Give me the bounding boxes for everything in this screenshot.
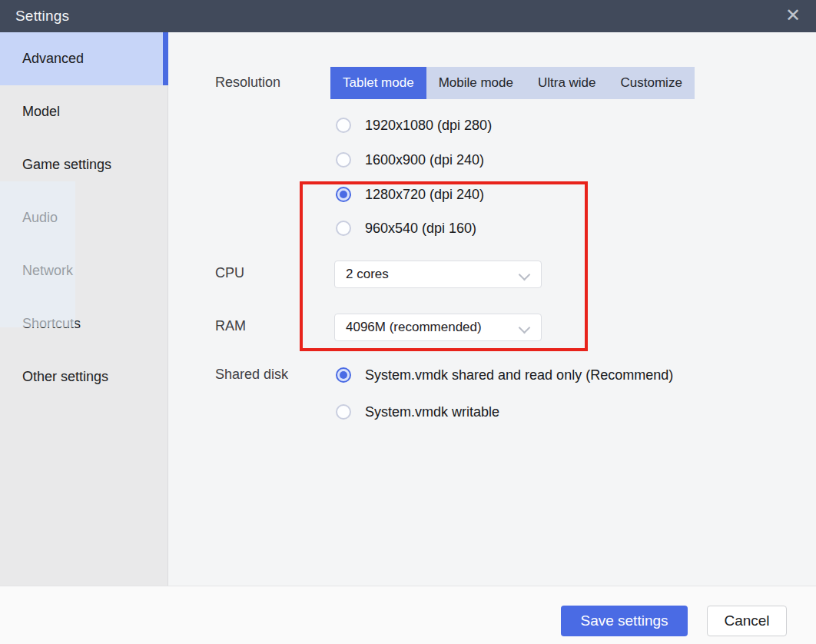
resolution-option-1920x1080[interactable]: 1920x1080 (dpi 280)	[336, 115, 492, 135]
settings-panel	[169, 32, 816, 586]
cpu-dropdown[interactable]: 2 cores	[334, 261, 542, 288]
sidebar-item-audio[interactable]: Audio	[0, 191, 168, 244]
tab-mobile-mode[interactable]: Mobile mode	[426, 67, 526, 99]
resolution-mode-tabs: Tablet mode Mobile mode Ultra wide Custo…	[330, 67, 695, 99]
radio-unselected-icon	[336, 221, 351, 236]
resolution-option-1600x900[interactable]: 1600x900 (dpi 240)	[336, 150, 484, 170]
cpu-label: CPU	[215, 265, 244, 281]
footer-bar: Save settings Cancel	[0, 586, 816, 644]
sidebar-item-label: Audio	[22, 210, 58, 226]
titlebar: Settings ✕	[0, 0, 816, 32]
save-settings-button[interactable]: Save settings	[561, 606, 688, 636]
resolution-label: Resolution	[215, 75, 280, 91]
sidebar: Advanced Model Game settings Audio Netwo…	[0, 32, 168, 586]
ram-dropdown-value: 4096M (recommended)	[346, 320, 482, 335]
cancel-button[interactable]: Cancel	[707, 606, 787, 636]
tab-ultra-wide[interactable]: Ultra wide	[526, 67, 609, 99]
cpu-dropdown-value: 2 cores	[346, 267, 389, 282]
shared-disk-option-writable[interactable]: System.vmdk writable	[336, 402, 499, 422]
sidebar-item-network[interactable]: Network	[0, 244, 168, 297]
tab-customize[interactable]: Customize	[609, 67, 695, 99]
sidebar-item-game-settings[interactable]: Game settings	[0, 138, 168, 191]
window-title: Settings	[15, 0, 69, 32]
shared-disk-label: Shared disk	[215, 367, 288, 383]
radio-unselected-icon	[336, 118, 351, 133]
sidebar-item-label: Model	[22, 104, 60, 120]
radio-selected-icon	[336, 367, 351, 383]
radio-unselected-icon	[336, 152, 351, 168]
ram-label: RAM	[215, 318, 246, 334]
resolution-option-960x540[interactable]: 960x540 (dpi 160)	[336, 218, 476, 238]
sidebar-item-label: Advanced	[22, 51, 84, 67]
sidebar-item-label: Other settings	[22, 369, 108, 385]
sidebar-item-model[interactable]: Model	[0, 85, 168, 138]
ram-dropdown[interactable]: 4096M (recommended)	[334, 314, 542, 341]
sidebar-item-advanced[interactable]: Advanced	[0, 32, 168, 85]
radio-unselected-icon	[336, 404, 351, 420]
tab-tablet-mode[interactable]: Tablet mode	[330, 67, 426, 99]
chevron-down-icon	[519, 322, 531, 334]
sidebar-item-label: Shortcuts	[22, 316, 81, 332]
radio-selected-icon	[336, 187, 351, 202]
shared-disk-option-read-only[interactable]: System.vmdk shared and read only (Recomm…	[336, 365, 673, 385]
sidebar-item-shortcuts[interactable]: Shortcuts	[0, 297, 168, 350]
close-icon[interactable]: ✕	[778, 0, 808, 31]
resolution-option-1280x720[interactable]: 1280x720 (dpi 240)	[336, 184, 484, 204]
sidebar-item-other-settings[interactable]: Other settings	[0, 350, 168, 403]
sidebar-item-label: Network	[22, 263, 73, 279]
chevron-down-icon	[519, 269, 531, 281]
sidebar-item-label: Game settings	[22, 157, 111, 173]
